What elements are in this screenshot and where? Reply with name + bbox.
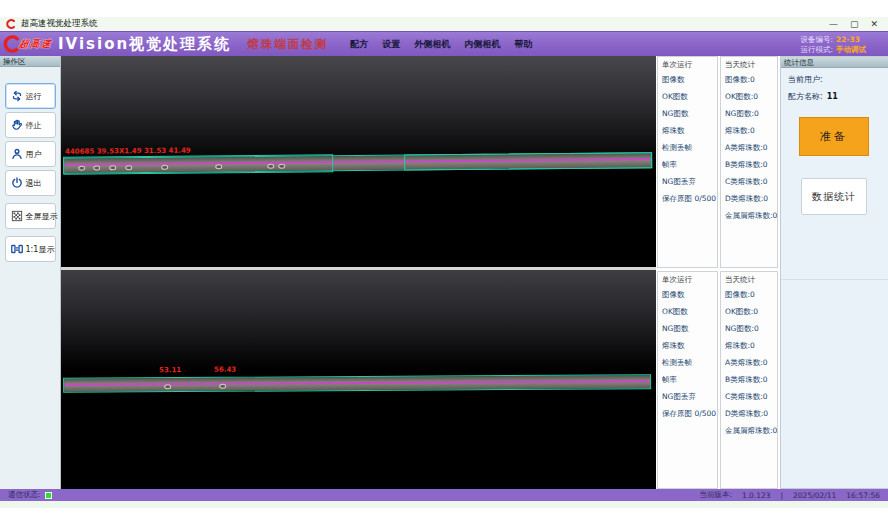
device-number-row: 设备编号:22-33 — [800, 35, 860, 44]
menu-outer-camera[interactable]: 外侧相机 — [414, 38, 450, 51]
detected-bead — [267, 164, 274, 169]
upper-detection-band — [63, 152, 652, 174]
stat-row: OK图数:0 — [721, 307, 777, 324]
stat-row: D类熔珠数:0 — [721, 409, 777, 426]
detected-bead — [215, 164, 222, 169]
menu-help[interactable]: 帮助 — [514, 38, 532, 51]
camera-area: 440685 39.53X1.49 31.53 41.49 — [61, 56, 656, 489]
data-statistics-button[interactable]: 数据统计 — [801, 178, 867, 215]
detected-bead — [93, 165, 100, 170]
prepare-button[interactable]: 准备 — [799, 117, 869, 156]
upper-camera-view: 440685 39.53X1.49 31.53 41.49 — [61, 56, 656, 267]
device-number-value: 22-33 — [836, 35, 860, 44]
detected-bead — [278, 164, 285, 169]
app-header: 超高速 IVision视觉处理系统 熔珠端面检测 配方 设置 外侧相机 内侧相机… — [0, 31, 888, 56]
comm-status-indicator — [45, 492, 52, 499]
stat-row: 检测丢帧 — [658, 143, 717, 160]
stat-row: OK图数 — [658, 307, 717, 324]
minimize-button[interactable]: — — [829, 19, 838, 29]
stat-row: OK图数:0 — [721, 92, 777, 109]
panel-title: 单次运行 — [662, 60, 717, 70]
status-bar: 通信状态: 当前版本: 1.0.123 | 2025/02/11 16:57:5… — [0, 489, 888, 501]
os-titlebar: 超高速视觉处理系统 — ▢ ✕ — [0, 17, 888, 31]
version-separator: | — [781, 491, 784, 500]
lower-image-haze — [61, 270, 656, 370]
stat-row: 熔珠数:0 — [721, 126, 777, 143]
stat-row: B类熔珠数:0 — [721, 375, 777, 392]
recipe-name-label: 配方名称: — [788, 92, 823, 101]
status-time: 16:57:56 — [846, 491, 880, 500]
version-value: 1.0.123 — [742, 491, 771, 500]
panel-title: 当天统计 — [725, 275, 777, 285]
lower-weld-strip: 53.11 56.43 — [63, 363, 651, 367]
run-loop-icon — [10, 89, 24, 103]
stat-row: 图像数:0 — [721, 290, 777, 307]
hand-stop-icon — [10, 118, 24, 132]
stat-row: NG图丢弃 — [658, 177, 717, 194]
stat-row: OK图数 — [658, 92, 717, 109]
run-mode-value: 手动调试 — [836, 45, 866, 54]
stat-row: 金属屑熔珠数:0 — [721, 211, 777, 228]
run-button[interactable]: 运行 — [5, 83, 56, 109]
sidebar-title: 操作区 — [0, 56, 60, 67]
operation-sidebar: 操作区 运行 停止 用户 退出 全屏显示 — [0, 56, 61, 489]
run-mode-label: 运行模式: — [800, 45, 833, 54]
detected-bead — [219, 384, 226, 389]
fullscreen-button[interactable]: 全屏显示 — [5, 203, 56, 229]
recipe-name-row: 配方名称:11 — [781, 91, 888, 102]
menu-settings[interactable]: 设置 — [382, 38, 400, 51]
detected-bead — [109, 165, 116, 170]
stat-row: 熔珠数 — [658, 126, 717, 143]
stat-row: 金属屑熔珠数:0 — [721, 426, 777, 443]
detected-bead — [125, 165, 132, 170]
stop-button[interactable]: 停止 — [5, 112, 56, 138]
lower-centerline — [65, 380, 649, 386]
stat-row: D类熔珠数:0 — [721, 194, 777, 211]
stat-row: NG图数:0 — [721, 324, 777, 341]
exit-button[interactable]: 退出 — [5, 170, 56, 196]
stat-row: A类熔珠数:0 — [721, 143, 777, 160]
app-logo-icon — [6, 19, 16, 29]
current-user-row: 当前用户: — [781, 74, 888, 85]
sidebar-buttons: 运行 停止 用户 退出 全屏显示 1:1显示 — [0, 67, 60, 262]
upper-daily-stats-panel: 当天统计 图像数:0 OK图数:0 NG图数:0 熔珠数:0 A类熔珠数:0 B… — [720, 56, 778, 268]
stat-row: 熔珠数:0 — [721, 341, 777, 358]
stat-row: C类熔珠数:0 — [721, 392, 777, 409]
detected-bead — [78, 166, 85, 171]
version-label: 当前版本: — [699, 490, 732, 500]
version-block: 当前版本: 1.0.123 | 2025/02/11 16:57:56 — [699, 490, 880, 500]
device-info: 设备编号:22-33 运行模式:手动调试 — [800, 35, 888, 54]
stat-row: NG图丢弃 — [658, 392, 717, 409]
lower-daily-stats-panel: 当天统计 图像数:0 OK图数:0 NG图数:0 熔珠数:0 A类熔珠数:0 B… — [720, 271, 778, 489]
upper-single-run-panel: 单次运行 图像数 OK图数 NG图数 熔珠数 检测丢帧 帧率 NG图丢弃 保存原… — [657, 56, 718, 268]
menu-inner-camera[interactable]: 内侧相机 — [464, 38, 500, 51]
stat-row: 图像数 — [658, 75, 717, 92]
stat-row: 熔珠数 — [658, 341, 717, 358]
info-panel-divider — [781, 279, 888, 280]
main-menu: 配方 设置 外侧相机 内侧相机 帮助 — [350, 38, 532, 51]
one-to-one-button-label: 1:1显示 — [26, 244, 55, 255]
app-subtitle: 熔珠端面检测 — [247, 37, 328, 52]
exit-button-label: 退出 — [26, 178, 42, 189]
stat-row: 保存原图 0/500 — [658, 194, 717, 211]
user-button[interactable]: 用户 — [5, 141, 56, 167]
menu-recipe[interactable]: 配方 — [350, 38, 368, 51]
panel-title: 当天统计 — [725, 60, 777, 70]
stat-row: B类熔珠数:0 — [721, 160, 777, 177]
upper-measurement-annotation: 440685 39.53X1.49 31.53 41.49 — [65, 147, 191, 156]
stat-row: 保存原图 0/500 — [658, 409, 717, 426]
one-to-one-button[interactable]: 1:1显示 — [5, 236, 56, 262]
stat-row: C类熔珠数:0 — [721, 177, 777, 194]
stat-row: 图像数:0 — [721, 75, 777, 92]
brand-text: 超高速 — [18, 37, 53, 51]
device-number-label: 设备编号: — [800, 35, 833, 44]
comm-status-label: 通信状态: — [8, 490, 41, 500]
close-button[interactable]: ✕ — [870, 19, 878, 29]
detected-bead — [161, 165, 168, 170]
window-bottom-edge — [0, 501, 888, 508]
stat-row: 检测丢帧 — [658, 358, 717, 375]
lower-measurement-annotation-1: 53.11 — [159, 366, 181, 374]
maximize-button[interactable]: ▢ — [850, 19, 859, 29]
panel-title: 单次运行 — [662, 275, 717, 285]
lower-detection-band — [63, 374, 651, 393]
